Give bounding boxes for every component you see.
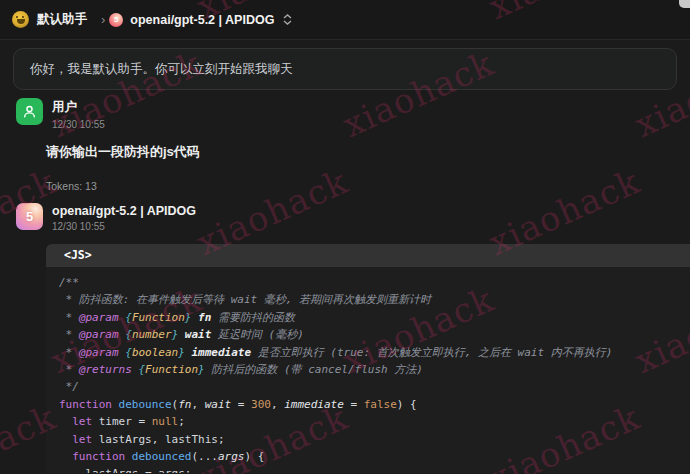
code-line: * @param {Function} fn 需要防抖的函数 bbox=[59, 309, 690, 326]
user-name: 用户 bbox=[52, 99, 105, 116]
person-icon bbox=[21, 103, 38, 120]
assistant-message-header: 5 openai/gpt-5.2 | APIDOG 12/30 10:55 bbox=[16, 203, 690, 232]
token-count: Tokens: 13 bbox=[46, 180, 690, 192]
assistant-model-avatar: 5 bbox=[16, 203, 43, 230]
code-line: lastArgs = args; bbox=[59, 465, 690, 473]
code-line: * @returns {Function} 防抖后的函数 (带 cancel/f… bbox=[59, 361, 690, 378]
model-selector[interactable]: 5 openai/gpt-5.2 | APIDOG bbox=[109, 13, 292, 27]
assistant-meta: openai/gpt-5.2 | APIDOG 12/30 10:55 bbox=[52, 203, 196, 232]
chevron-right-icon: › bbox=[101, 12, 105, 27]
code-line: * 防抖函数: 在事件触发后等待 wait 毫秒, 若期间再次触发则重新计时 bbox=[59, 291, 690, 308]
greeting-bubble: 你好，我是默认助手。你可以立刻开始跟我聊天 bbox=[13, 48, 677, 90]
smiley-emoji-icon bbox=[12, 11, 29, 28]
assistant-switcher[interactable]: 默认助手 › bbox=[12, 11, 109, 28]
chat-scroll-area[interactable]: 你好，我是默认助手。你可以立刻开始跟我聊天 用户 12/30 10:55 请你输… bbox=[0, 40, 690, 473]
user-avatar bbox=[16, 98, 43, 125]
chat-header: 默认助手 › 5 openai/gpt-5.2 | APIDOG bbox=[0, 0, 690, 40]
model-gpt5-icon: 5 bbox=[109, 13, 123, 27]
chat-app: 默认助手 › 5 openai/gpt-5.2 | APIDOG 你好，我是默认… bbox=[0, 0, 690, 474]
user-meta: 用户 12/30 10:55 bbox=[52, 98, 105, 130]
code-line: let timer = null; bbox=[59, 413, 690, 430]
select-caret-icon bbox=[283, 14, 292, 25]
code-line: let lastArgs, lastThis; bbox=[59, 431, 690, 448]
top-right-partial-button[interactable] bbox=[679, 0, 690, 8]
code-block: <JS> /** * 防抖函数: 在事件触发后等待 wait 毫秒, 若期间再次… bbox=[46, 244, 690, 473]
code-line: function debounce(fn, wait = 300, immedi… bbox=[59, 396, 690, 413]
model-label: openai/gpt-5.2 | APIDOG bbox=[130, 13, 274, 27]
assistant-message: 5 openai/gpt-5.2 | APIDOG 12/30 10:55 <J… bbox=[0, 203, 690, 473]
code-line: * @param {number} wait 延迟时间 (毫秒) bbox=[59, 326, 690, 343]
code-content: /** * 防抖函数: 在事件触发后等待 wait 毫秒, 若期间再次触发则重新… bbox=[46, 267, 690, 473]
code-line: * @param {boolean} immediate 是否立即执行 (tru… bbox=[59, 344, 690, 361]
user-timestamp: 12/30 10:55 bbox=[52, 119, 105, 130]
user-message: 用户 12/30 10:55 请你输出一段防抖的js代码 Tokens: 13 bbox=[0, 98, 690, 192]
user-message-header: 用户 12/30 10:55 bbox=[16, 98, 690, 130]
code-block-header: <JS> bbox=[46, 244, 690, 267]
assistant-model-name: openai/gpt-5.2 | APIDOG bbox=[52, 204, 196, 218]
code-line: */ bbox=[59, 378, 690, 395]
code-line: /** bbox=[59, 274, 690, 291]
assistant-name: 默认助手 bbox=[37, 11, 87, 28]
code-line: function debounced(...args) { bbox=[59, 448, 690, 465]
assistant-timestamp: 12/30 10:55 bbox=[52, 221, 196, 232]
user-message-text: 请你输出一段防抖的js代码 bbox=[46, 143, 690, 161]
